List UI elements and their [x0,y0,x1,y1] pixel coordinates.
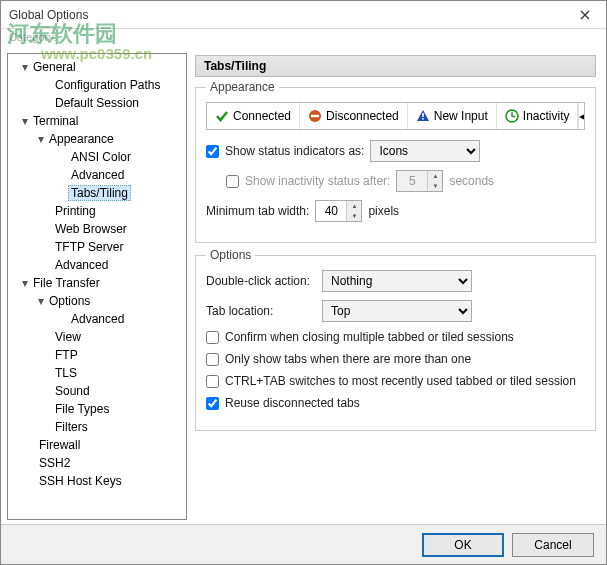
spin-down-icon[interactable]: ▼ [428,181,442,191]
chevron-left-icon: ◂ [579,109,585,123]
tree-tftp-server[interactable]: TFTP Server [8,238,186,256]
clock-icon [505,109,519,123]
close-icon [580,10,590,20]
tree-file-transfer[interactable]: ▾File Transfer [8,274,186,292]
ctrl-tab-label: CTRL+TAB switches to most recently used … [225,374,576,388]
ok-button[interactable]: OK [422,533,504,557]
tree-ft-sound[interactable]: Sound [8,382,186,400]
tree-tabs-tiling[interactable]: Tabs/Tiling [8,184,186,202]
inactivity-checkbox[interactable] [226,175,239,188]
spin-up-icon[interactable]: ▲ [428,171,442,181]
page-title: Tabs/Tiling [195,55,596,77]
options-group: Options Double-click action: Nothing Tab… [195,255,596,431]
tree-config-paths[interactable]: Configuration Paths [8,76,186,94]
tree-appearance[interactable]: ▾Appearance [8,130,186,148]
tree-appearance-advanced[interactable]: Advanced [8,166,186,184]
status-new-input[interactable]: New Input [408,103,497,129]
options-group-title: Options [206,248,255,262]
tree-ft-options[interactable]: ▾Options [8,292,186,310]
category-label: Category: [9,31,57,43]
svg-rect-3 [422,118,424,120]
reuse-tabs-label: Reuse disconnected tabs [225,396,360,410]
tree-ssh-host-keys[interactable]: SSH Host Keys [8,472,186,490]
ctrl-tab-checkbox[interactable] [206,375,219,388]
status-inactivity[interactable]: Inactivity [497,103,579,129]
min-width-value[interactable] [316,201,346,221]
dialog-footer: OK Cancel [1,524,606,564]
cancel-button[interactable]: Cancel [512,533,594,557]
tree-ft-filetypes[interactable]: File Types [8,400,186,418]
chevron-down-icon[interactable]: ▾ [20,58,30,76]
appearance-group: Appearance Connected Disconnected New In… [195,87,596,243]
tree-ft-options-advanced[interactable]: Advanced [8,310,186,328]
inactivity-label: Show inactivity status after: [245,174,390,188]
min-width-unit: pixels [368,204,399,218]
chevron-down-icon[interactable]: ▾ [20,274,30,292]
status-indicator-select[interactable]: Icons [370,140,480,162]
tree-web-browser[interactable]: Web Browser [8,220,186,238]
scroll-left-button[interactable]: ◂ [578,103,585,129]
status-disconnected[interactable]: Disconnected [300,103,408,129]
tree-firewall[interactable]: Firewall [8,436,186,454]
tree-ft-tls[interactable]: TLS [8,364,186,382]
confirm-close-label: Confirm when closing multiple tabbed or … [225,330,514,344]
status-connected[interactable]: Connected [207,103,300,129]
svg-rect-1 [311,115,319,117]
confirm-close-checkbox[interactable] [206,331,219,344]
inactivity-value[interactable] [397,171,427,191]
category-tree[interactable]: ▾General Configuration Paths Default Ses… [7,53,187,520]
settings-panel: Tabs/Tiling Appearance Connected Disconn… [189,49,606,524]
spin-down-icon[interactable]: ▼ [347,211,361,221]
dblclick-label: Double-click action: [206,274,316,288]
inactivity-spinner[interactable]: ▲▼ [396,170,443,192]
window-title: Global Options [9,8,88,22]
tree-terminal-advanced[interactable]: Advanced [8,256,186,274]
chevron-down-icon[interactable]: ▾ [36,130,46,148]
title-bar: Global Options [1,1,606,29]
tabloc-select[interactable]: Top [322,300,472,322]
chevron-down-icon[interactable]: ▾ [20,112,30,130]
close-button[interactable] [564,1,606,29]
min-width-label: Minimum tab width: [206,204,309,218]
dblclick-select[interactable]: Nothing [322,270,472,292]
tree-default-session[interactable]: Default Session [8,94,186,112]
show-status-checkbox[interactable] [206,145,219,158]
tree-ft-view[interactable]: View [8,328,186,346]
tree-printing[interactable]: Printing [8,202,186,220]
show-status-label: Show status indicators as: [225,144,364,158]
only-show-tabs-label: Only show tabs when there are more than … [225,352,471,366]
min-width-spinner[interactable]: ▲▼ [315,200,362,222]
check-icon [215,109,229,123]
no-entry-icon [308,109,322,123]
tree-ssh2[interactable]: SSH2 [8,454,186,472]
alert-icon [416,109,430,123]
status-indicator-bar: Connected Disconnected New Input Inactiv… [206,102,585,130]
tree-ft-filters[interactable]: Filters [8,418,186,436]
spin-up-icon[interactable]: ▲ [347,201,361,211]
tree-ft-ftp[interactable]: FTP [8,346,186,364]
appearance-group-title: Appearance [206,80,279,94]
reuse-tabs-checkbox[interactable] [206,397,219,410]
tree-terminal[interactable]: ▾Terminal [8,112,186,130]
tree-ansi-color[interactable]: ANSI Color [8,148,186,166]
svg-rect-2 [422,113,424,117]
tree-general[interactable]: ▾General [8,58,186,76]
inactivity-unit: seconds [449,174,494,188]
chevron-down-icon[interactable]: ▾ [36,292,46,310]
only-show-tabs-checkbox[interactable] [206,353,219,366]
tabloc-label: Tab location: [206,304,316,318]
